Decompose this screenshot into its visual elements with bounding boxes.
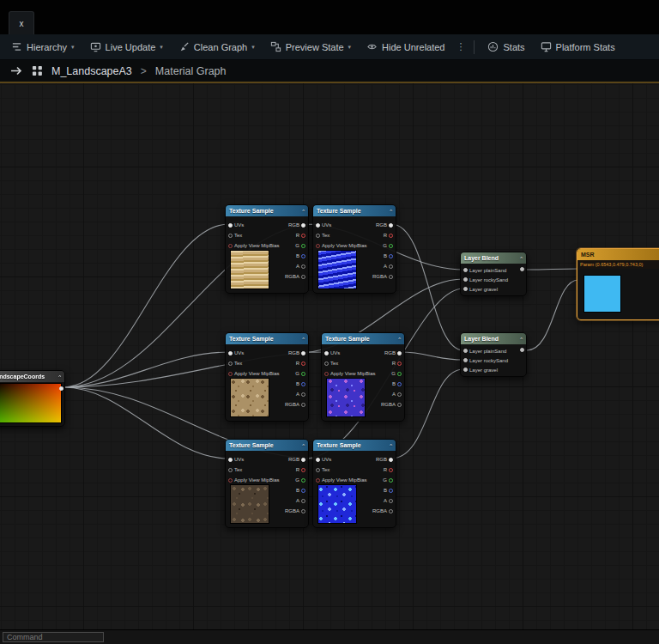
node-header[interactable]: Texture Sample ^ [226,440,308,451]
wire[interactable] [391,224,463,350]
pin-b[interactable] [389,254,393,258]
pin-r[interactable] [301,468,305,472]
pin-b[interactable] [301,489,305,493]
collapse-icon[interactable]: ^ [398,337,401,342]
hide-unrelated-button[interactable]: Hide Unrelated [359,34,452,60]
pin-rgba[interactable] [397,403,402,407]
node-header[interactable]: Layer Blend ^ [461,252,526,264]
overflow-menu-icon[interactable]: ⋮ [452,41,469,52]
pin-g[interactable] [301,372,305,376]
collapse-icon[interactable]: ^ [302,337,305,342]
texture-sample-node[interactable]: Texture Sample ^ UVs Tex Apply View MipB… [312,439,396,528]
collapse-icon[interactable]: ^ [520,337,523,342]
pin-rgb[interactable] [389,223,393,228]
pin-mipbias[interactable] [316,478,320,483]
pin-tex[interactable] [228,468,233,472]
pin-mipbias[interactable] [324,372,329,376]
pin-uvs[interactable] [316,223,320,228]
pin-rgba[interactable] [389,509,393,513]
texture-sample-node[interactable]: Texture Sample ^ UVs Tex Apply View MipB… [321,332,405,422]
collapse-icon[interactable]: ^ [302,443,305,448]
document-tab[interactable]: x [9,11,34,34]
live-update-button[interactable]: Live Update ▾ [82,34,171,60]
pin-rgba[interactable] [301,509,305,513]
output-pin[interactable] [520,267,524,271]
pin-tex[interactable] [324,361,329,366]
pin-b[interactable] [397,382,402,386]
pin-uvs[interactable] [316,458,320,462]
texture-sample-node[interactable]: Texture Sample ^ UVs Tex Apply View MipB… [225,332,309,422]
tab-close-icon[interactable]: x [20,19,24,28]
collapse-icon[interactable]: ^ [390,443,392,448]
pin-layer-plainsand[interactable] [463,349,468,353]
pin-layer-plainsand[interactable] [463,268,468,272]
landscape-coords-node[interactable]: LandscapeCoords ^ [0,370,65,427]
collapse-icon[interactable]: ^ [58,374,61,380]
pin-uvs[interactable] [228,351,233,355]
node-header[interactable]: Texture Sample ^ [313,205,396,216]
node-header[interactable]: MSR ^ [577,249,659,260]
collapse-icon[interactable]: ^ [520,256,523,261]
graph-grid-icon[interactable] [32,65,43,76]
pin-a[interactable] [301,499,305,503]
pin-a[interactable] [389,499,393,503]
msr-param-node[interactable]: MSR ^ Param (0.6543,0.479,0.743,0) [577,248,659,320]
node-header[interactable]: Layer Blend ^ [461,333,526,344]
output-pin[interactable] [59,386,63,391]
node-header[interactable]: Texture Sample ^ [226,205,308,216]
pin-r[interactable] [301,234,305,238]
pin-a[interactable] [389,264,393,269]
pin-mipbias[interactable] [228,372,233,376]
pin-layer-rockysand[interactable] [463,277,468,282]
forward-arrow-icon[interactable] [10,66,23,76]
pin-tex[interactable] [316,468,320,472]
stats-button[interactable]: Stats [480,34,532,60]
command-input[interactable] [3,632,104,642]
breadcrumb-asset[interactable]: M_LandscapeA3 [51,65,132,77]
platform-stats-button[interactable]: Platform Stats [533,34,623,60]
pin-rgb[interactable] [301,223,305,228]
pin-uvs[interactable] [228,458,233,462]
wire[interactable] [63,224,229,387]
clean-graph-button[interactable]: Clean Graph ▾ [171,34,263,60]
pin-b[interactable] [389,489,393,493]
pin-mipbias[interactable] [228,244,233,248]
pin-tex[interactable] [316,234,320,238]
pin-r[interactable] [301,361,305,366]
pin-b[interactable] [301,382,305,386]
wire[interactable] [63,352,229,387]
texture-sample-node[interactable]: Texture Sample ^ UVs Tex Apply View MipB… [225,439,309,528]
node-header[interactable]: Texture Sample ^ [226,333,308,344]
preview-state-button[interactable]: Preview State ▾ [263,34,359,60]
pin-rgba[interactable] [389,275,393,279]
texture-sample-node[interactable]: Texture Sample ^ UVs Tex Apply View MipB… [312,204,396,294]
pin-b[interactable] [301,254,305,258]
pin-r[interactable] [389,468,393,472]
wire[interactable] [527,280,578,350]
pin-uvs[interactable] [228,223,233,228]
pin-g[interactable] [397,372,402,376]
pin-g[interactable] [389,244,393,248]
graph-canvas[interactable]: LandscapeCoords ^ Texture Sample ^ UVs T… [0,83,659,629]
pin-rgba[interactable] [301,275,305,279]
pin-uvs[interactable] [324,351,329,355]
pin-g[interactable] [389,478,393,483]
pin-r[interactable] [389,234,393,238]
pin-layer-gravel[interactable] [463,287,468,291]
pin-g[interactable] [301,478,305,483]
layer-blend-node[interactable]: Layer Blend ^ Layer plainSand Layer rock… [460,332,527,377]
texture-sample-node[interactable]: Texture Sample ^ UVs Tex Apply View MipB… [225,204,309,294]
breadcrumb-page[interactable]: Material Graph [155,65,227,77]
node-header[interactable]: Texture Sample ^ [322,333,404,344]
wire[interactable] [63,387,229,459]
pin-rgb[interactable] [389,458,393,462]
layer-blend-node[interactable]: Layer Blend ^ Layer plainSand Layer rock… [460,252,527,296]
pin-rgb[interactable] [397,351,402,355]
pin-rgba[interactable] [301,403,305,407]
pin-mipbias[interactable] [316,244,320,248]
pin-a[interactable] [301,392,305,397]
pin-rgb[interactable] [301,458,305,462]
node-header[interactable]: LandscapeCoords ^ [0,371,64,382]
wire[interactable] [400,352,463,360]
pin-layer-gravel[interactable] [463,368,468,372]
